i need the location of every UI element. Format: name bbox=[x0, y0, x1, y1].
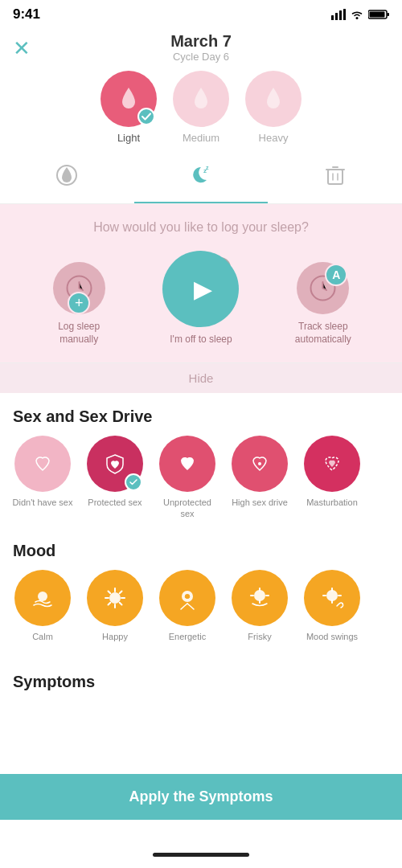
sun-icon bbox=[102, 585, 128, 611]
svg-line-22 bbox=[120, 603, 122, 605]
heart-dots-icon bbox=[321, 452, 343, 475]
tab-flow[interactable] bbox=[0, 152, 134, 203]
status-bar: 9:41 bbox=[0, 0, 402, 26]
symptoms-header: Symptoms bbox=[13, 673, 95, 690]
sleep-manual-label: Log sleep manually bbox=[47, 321, 111, 346]
svg-rect-2 bbox=[339, 10, 342, 20]
tab-other[interactable] bbox=[268, 152, 402, 203]
sleep-section: How would you like to log your sleep? + … bbox=[0, 204, 402, 362]
page-title: March 7 bbox=[170, 32, 232, 51]
plus-badge: + bbox=[68, 292, 90, 314]
svg-line-21 bbox=[109, 592, 111, 594]
svg-point-16 bbox=[109, 592, 121, 604]
shield-heart-icon bbox=[103, 452, 127, 476]
sleep-option-auto[interactable]: A Track sleep automatically bbox=[291, 262, 355, 346]
flow-item-heavy[interactable]: Heavy bbox=[245, 71, 302, 144]
sex-item-none[interactable]: Didn't have sex bbox=[6, 436, 79, 520]
sex-label-none: Didn't have sex bbox=[13, 497, 73, 508]
sex-circle-protected bbox=[87, 436, 143, 492]
mood-item-energetic[interactable]: Energetic bbox=[151, 570, 224, 642]
mood-item-frisky[interactable]: Frisky bbox=[224, 570, 296, 642]
sex-label-masturbation: Masturbation bbox=[306, 497, 358, 508]
clock-manual: + bbox=[53, 262, 105, 314]
cycle-day: Cycle Day 6 bbox=[170, 51, 232, 63]
sex-circle-unprotected bbox=[159, 436, 215, 492]
home-indicator bbox=[153, 853, 249, 857]
tab-section: z z bbox=[0, 152, 402, 204]
svg-point-14 bbox=[258, 462, 261, 465]
sleep-off-label: I'm off to sleep bbox=[170, 334, 232, 346]
svg-text:z: z bbox=[206, 165, 209, 170]
flow-label-heavy: Heavy bbox=[259, 132, 289, 144]
heart-outline-icon bbox=[31, 452, 54, 475]
sex-section-header: Sex and Sex Drive bbox=[0, 393, 402, 436]
flow-tab-icon bbox=[55, 164, 78, 191]
svg-rect-6 bbox=[388, 13, 390, 16]
sex-circles-row: Didn't have sex Protected sex U bbox=[0, 436, 402, 528]
sleep-option-manual[interactable]: + Log sleep manually bbox=[47, 262, 111, 346]
svg-rect-7 bbox=[370, 12, 385, 18]
header: ✕ March 7 Cycle Day 6 bbox=[0, 26, 402, 71]
mood-item-mood-swings[interactable]: Mood swings bbox=[296, 570, 368, 642]
sleep-tab-icon: z z bbox=[189, 163, 213, 190]
header-title: March 7 Cycle Day 6 bbox=[170, 32, 232, 63]
sleep-options: + Log sleep manually ▶ I'm off to sleep bbox=[13, 251, 389, 346]
energetic-icon bbox=[174, 585, 200, 611]
flow-circle-heavy bbox=[245, 71, 302, 127]
svg-line-23 bbox=[109, 603, 111, 605]
sex-item-high-drive[interactable]: High sex drive bbox=[224, 436, 296, 520]
heart-outline2-icon bbox=[248, 452, 271, 475]
svg-point-28 bbox=[188, 595, 190, 596]
selected-check-badge bbox=[125, 473, 142, 491]
sex-circle-none bbox=[14, 436, 71, 492]
heart-filled-icon bbox=[176, 452, 199, 475]
mood-label-happy: Happy bbox=[102, 631, 128, 642]
flow-item-medium[interactable]: Medium bbox=[173, 71, 229, 144]
sleep-question: How would you like to log your sleep? bbox=[13, 220, 389, 235]
symptoms-section: Symptoms bbox=[0, 658, 402, 755]
flow-circle-medium bbox=[173, 71, 229, 127]
tab-sleep[interactable]: z z bbox=[134, 152, 269, 203]
mood-circle-energetic bbox=[159, 570, 215, 626]
droplet-icon bbox=[117, 86, 140, 112]
mood-label-mood-swings: Mood swings bbox=[306, 631, 358, 642]
mood-label-energetic: Energetic bbox=[169, 631, 206, 642]
mood-section: Mood Calm bbox=[0, 527, 402, 658]
sleep-center-container: ▶ bbox=[162, 251, 239, 327]
trash-tab-icon bbox=[326, 164, 345, 191]
sex-circle-high-drive bbox=[232, 436, 288, 492]
clock-large: ▶ bbox=[162, 251, 239, 327]
svg-line-24 bbox=[120, 592, 122, 594]
status-time: 9:41 bbox=[13, 6, 40, 23]
mood-item-calm[interactable]: Calm bbox=[6, 570, 79, 642]
svg-point-29 bbox=[254, 590, 265, 601]
sex-item-unprotected[interactable]: Unprotected sex bbox=[151, 436, 224, 520]
sex-label-unprotected: Unprotected sex bbox=[155, 497, 219, 520]
apply-symptoms-button[interactable]: Apply the Symptoms bbox=[0, 774, 402, 820]
calm-icon bbox=[29, 586, 56, 610]
svg-rect-0 bbox=[331, 15, 334, 20]
svg-point-15 bbox=[38, 592, 47, 601]
mood-item-happy[interactable]: Happy bbox=[79, 570, 151, 642]
sleep-option-off[interactable]: ▶ I'm off to sleep bbox=[162, 251, 239, 346]
droplet-icon bbox=[190, 86, 212, 112]
sex-item-masturbation[interactable]: Masturbation bbox=[296, 436, 368, 520]
mood-label-frisky: Frisky bbox=[248, 631, 271, 642]
close-button[interactable]: ✕ bbox=[13, 38, 31, 59]
svg-rect-1 bbox=[335, 13, 338, 20]
sex-section: Sex and Sex Drive Didn't have sex bbox=[0, 393, 402, 528]
wifi-icon bbox=[350, 9, 364, 20]
play-icon: ▶ bbox=[194, 275, 212, 303]
flow-label-medium: Medium bbox=[183, 132, 219, 144]
flow-item-light[interactable]: Light bbox=[100, 71, 157, 144]
hide-button[interactable]: Hide bbox=[0, 362, 402, 393]
frisky-icon bbox=[246, 585, 273, 611]
sex-label-high-drive: High sex drive bbox=[232, 497, 288, 508]
svg-point-4 bbox=[356, 17, 359, 19]
mood-label-calm: Calm bbox=[32, 631, 53, 642]
sex-circle-masturbation bbox=[304, 436, 360, 492]
mood-circle-mood-swings bbox=[304, 570, 360, 626]
svg-point-27 bbox=[185, 595, 187, 596]
status-icons bbox=[331, 9, 389, 20]
sex-item-protected[interactable]: Protected sex bbox=[79, 436, 151, 520]
